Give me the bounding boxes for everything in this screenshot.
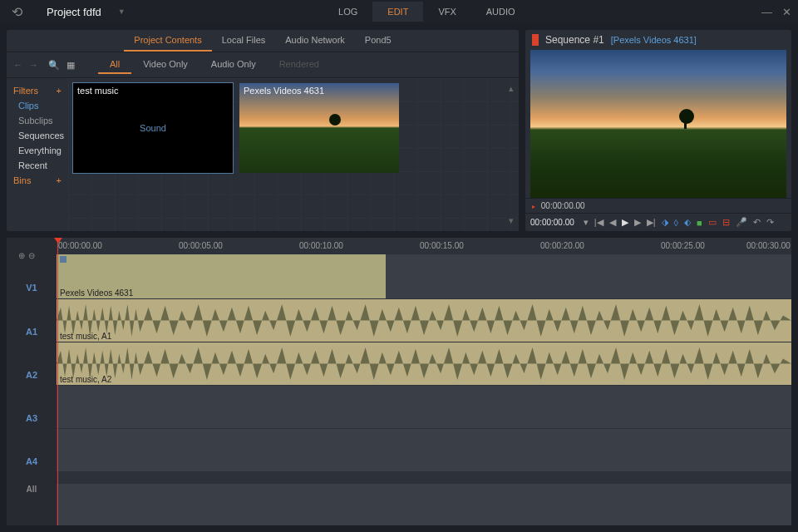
nav-fwd-icon[interactable]: →: [29, 60, 38, 70]
in-point-icon[interactable]: ⬗: [662, 217, 668, 228]
filter-audio[interactable]: Audio Only: [200, 56, 268, 74]
filter-rendered[interactable]: Rendered: [268, 56, 331, 74]
scroll-up-icon[interactable]: ▴: [509, 83, 514, 94]
scroll-down-icon[interactable]: ▾: [509, 215, 514, 226]
minimize-icon[interactable]: —: [761, 6, 772, 18]
insert-icon[interactable]: ■: [697, 218, 702, 228]
track-label-a3[interactable]: A3: [7, 397, 57, 440]
sidebar-item-clips[interactable]: Clips: [10, 98, 65, 113]
tab-edit[interactable]: EDIT: [372, 2, 423, 22]
sidebar-item-recent[interactable]: Recent: [10, 158, 65, 173]
clip-thumb-video[interactable]: Pexels Videos 4631: [239, 83, 399, 173]
filter-video[interactable]: Video Only: [131, 56, 200, 74]
clip-name: Pexels Videos 4631: [244, 86, 324, 96]
clip-label: Pexels Videos 4631: [60, 288, 133, 298]
mic-icon[interactable]: 🎤: [736, 217, 747, 228]
projtab-pond5[interactable]: Pond5: [355, 30, 401, 52]
clip-thumb-audio[interactable]: test music Sound: [73, 83, 233, 173]
clip-name: test music: [77, 86, 119, 96]
marker-icon[interactable]: ◊: [674, 218, 678, 228]
redo-icon[interactable]: ↷: [766, 217, 774, 228]
play-icon[interactable]: ▶: [622, 217, 628, 228]
track-label-all[interactable]: All: [7, 483, 57, 495]
preview-timecode-bar: 00:00:00.00: [525, 198, 791, 214]
video-clip[interactable]: Pexels Videos 4631: [57, 254, 386, 298]
step-fwd-icon[interactable]: ▶: [634, 217, 641, 228]
preview-viewport[interactable]: [530, 50, 786, 198]
nav-back-icon[interactable]: ←: [13, 60, 22, 70]
sequence-title: Sequence #1: [545, 34, 604, 46]
search-icon[interactable]: 🔍: [48, 60, 60, 71]
filter-all[interactable]: All: [98, 56, 131, 74]
zoom-in-icon[interactable]: ⊕: [18, 251, 25, 260]
out-point-icon[interactable]: ⬖: [684, 217, 691, 228]
sidebar-item-subclips[interactable]: Subclips: [10, 113, 65, 128]
track-label-v1[interactable]: V1: [7, 265, 57, 310]
tab-audio[interactable]: AUDIO: [471, 2, 530, 22]
preview-panel: Sequence #1 [Pexels Videos 4631] 00:00:0…: [525, 30, 791, 231]
clip-type-label: Sound: [140, 123, 166, 133]
goto-start-icon[interactable]: |◀: [594, 217, 603, 228]
timeline: ⊕ ⊖ V1 A1 A2 A3 A4 All 00:00:00.00 00:00…: [7, 238, 791, 525]
clip-label: test music, A2: [60, 375, 111, 384]
grid-view-icon[interactable]: ▦: [66, 60, 75, 71]
titlebar: ⟲ Project fdfd ▼ LOG EDIT VFX AUDIO — ✕: [0, 0, 798, 23]
track-a4[interactable]: [57, 429, 791, 472]
sequence-marker-icon: [532, 34, 539, 46]
clip-label: test music, A1: [60, 332, 111, 341]
tab-log[interactable]: LOG: [323, 2, 372, 22]
project-toolbar: ← → 🔍 ▦ All Video Only Audio Only Render…: [7, 52, 519, 78]
time-ruler[interactable]: 00:00:00.00 00:00:05.00 00:00:10.00 00:0…: [57, 238, 791, 254]
project-panel: Project Contents Local Files Audio Netwo…: [7, 30, 519, 231]
replace-icon[interactable]: ⊟: [722, 217, 730, 228]
sidebar-filters[interactable]: Filters +: [10, 83, 65, 98]
track-label-a4[interactable]: A4: [7, 440, 57, 483]
dropdown-icon[interactable]: ▾: [584, 217, 589, 228]
audio-clip-a1[interactable]: test music, A1: [57, 299, 791, 342]
track-label-a1[interactable]: A1: [7, 310, 57, 353]
tab-vfx[interactable]: VFX: [423, 2, 470, 22]
audio-clip-a2[interactable]: test music, A2: [57, 342, 791, 385]
project-dropdown-icon[interactable]: ▼: [118, 7, 126, 16]
zoom-out-icon[interactable]: ⊖: [28, 251, 35, 260]
add-filter-icon[interactable]: +: [57, 86, 62, 96]
goto-end-icon[interactable]: ▶|: [647, 217, 656, 228]
track-label-a2[interactable]: A2: [7, 353, 57, 397]
preview-controls: 00:00:00.00 ▾ |◀ ◀ ▶ ▶ ▶| ⬗ ◊ ⬖ ■ ▭ ⊟ 🎤 …: [525, 214, 791, 231]
track-v1[interactable]: Pexels Videos 4631: [57, 254, 791, 299]
tracks-area[interactable]: 00:00:00.00 00:00:05.00 00:00:10.00 00:0…: [57, 238, 791, 525]
project-tabs: Project Contents Local Files Audio Netwo…: [7, 30, 519, 52]
clip-sync-marker-icon: [60, 256, 66, 263]
sequence-subtitle: [Pexels Videos 4631]: [611, 35, 697, 45]
main-tabs: LOG EDIT VFX AUDIO: [323, 2, 530, 22]
project-title: Project fdfd: [47, 6, 101, 18]
projtab-network[interactable]: Audio Network: [275, 30, 355, 52]
back-icon[interactable]: ⟲: [7, 4, 27, 20]
sidebar-item-sequences[interactable]: Sequences: [10, 128, 65, 143]
track-all[interactable]: [57, 472, 791, 484]
add-bin-icon[interactable]: +: [57, 175, 62, 185]
project-content: ▴ ▾ test music Sound Pexels Videos 4631: [68, 78, 519, 231]
track-a1[interactable]: test music, A1: [57, 299, 791, 342]
step-back-icon[interactable]: ◀: [609, 217, 616, 228]
sidebar-item-everything[interactable]: Everything: [10, 143, 65, 158]
overwrite-icon[interactable]: ▭: [708, 217, 717, 228]
track-a2[interactable]: test music, A2: [57, 342, 791, 386]
project-sidebar: Filters + Clips Subclips Sequences Every…: [7, 78, 68, 231]
sidebar-bins[interactable]: Bins +: [10, 173, 65, 188]
playhead[interactable]: [57, 238, 58, 525]
projtab-local[interactable]: Local Files: [212, 30, 276, 52]
close-icon[interactable]: ✕: [782, 6, 791, 18]
timecode-main: 00:00:00.00: [530, 218, 574, 227]
projtab-contents[interactable]: Project Contents: [124, 30, 211, 52]
track-a3[interactable]: [57, 386, 791, 429]
undo-icon[interactable]: ↶: [753, 217, 761, 228]
